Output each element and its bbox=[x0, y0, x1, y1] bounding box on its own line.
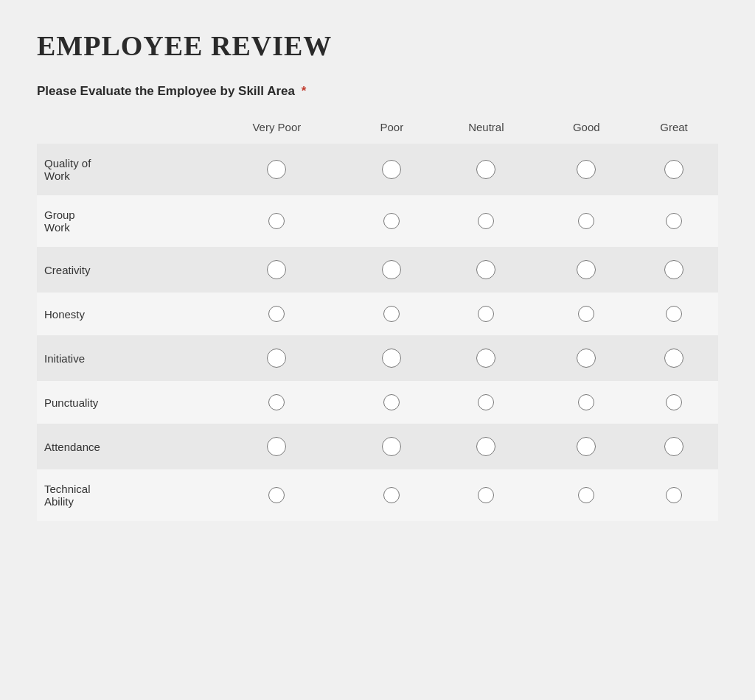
radio-creativity-neutral[interactable] bbox=[476, 260, 495, 279]
col-skill bbox=[37, 113, 199, 144]
cell-attendance-great[interactable] bbox=[630, 424, 718, 469]
radio-punctuality-very_poor[interactable] bbox=[268, 394, 285, 410]
radio-initiative-great[interactable] bbox=[664, 349, 683, 368]
col-great: Great bbox=[630, 113, 718, 144]
radio-attendance-very_poor[interactable] bbox=[267, 437, 286, 456]
cell-creativity-neutral[interactable] bbox=[429, 247, 543, 293]
radio-attendance-neutral[interactable] bbox=[476, 437, 495, 456]
cell-honesty-very_poor[interactable] bbox=[199, 293, 355, 335]
cell-honesty-poor[interactable] bbox=[355, 293, 429, 335]
radio-group_work-poor[interactable] bbox=[383, 213, 400, 229]
cell-group_work-great[interactable] bbox=[630, 195, 718, 247]
cell-punctuality-good[interactable] bbox=[543, 381, 630, 424]
cell-creativity-very_poor[interactable] bbox=[199, 247, 355, 293]
table-row: Honesty bbox=[37, 293, 718, 335]
table-header-row: Very Poor Poor Neutral Good Great bbox=[37, 113, 718, 144]
radio-initiative-good[interactable] bbox=[577, 349, 596, 368]
radio-technical_ability-good[interactable] bbox=[578, 487, 594, 503]
radio-creativity-very_poor[interactable] bbox=[267, 260, 286, 279]
radio-initiative-poor[interactable] bbox=[382, 349, 401, 368]
radio-initiative-very_poor[interactable] bbox=[267, 349, 286, 368]
radio-group_work-neutral[interactable] bbox=[478, 213, 494, 229]
table-row: Creativity bbox=[37, 247, 718, 293]
radio-quality_of_work-very_poor[interactable] bbox=[267, 160, 286, 179]
radio-technical_ability-neutral[interactable] bbox=[478, 487, 494, 503]
radio-punctuality-great[interactable] bbox=[666, 394, 682, 410]
cell-punctuality-very_poor[interactable] bbox=[199, 381, 355, 424]
table-row: Quality ofWork bbox=[37, 144, 718, 195]
radio-technical_ability-poor[interactable] bbox=[383, 487, 400, 503]
radio-group_work-good[interactable] bbox=[578, 213, 594, 229]
radio-punctuality-poor[interactable] bbox=[383, 394, 400, 410]
cell-initiative-great[interactable] bbox=[630, 335, 718, 381]
radio-technical_ability-great[interactable] bbox=[666, 487, 682, 503]
cell-technical_ability-good[interactable] bbox=[543, 469, 630, 521]
section-label: Please Evaluate the Employee by Skill Ar… bbox=[37, 84, 718, 99]
cell-honesty-neutral[interactable] bbox=[429, 293, 543, 335]
cell-quality_of_work-very_poor[interactable] bbox=[199, 144, 355, 195]
cell-attendance-poor[interactable] bbox=[355, 424, 429, 469]
radio-quality_of_work-great[interactable] bbox=[664, 160, 683, 179]
cell-punctuality-poor[interactable] bbox=[355, 381, 429, 424]
table-row: TechnicalAbility bbox=[37, 469, 718, 521]
table-row: Punctuality bbox=[37, 381, 718, 424]
cell-initiative-neutral[interactable] bbox=[429, 335, 543, 381]
skill-label-group_work: GroupWork bbox=[37, 195, 199, 247]
cell-technical_ability-very_poor[interactable] bbox=[199, 469, 355, 521]
rating-table: Very Poor Poor Neutral Good Great Qualit… bbox=[37, 113, 718, 521]
radio-creativity-good[interactable] bbox=[577, 260, 596, 279]
cell-quality_of_work-poor[interactable] bbox=[355, 144, 429, 195]
cell-attendance-neutral[interactable] bbox=[429, 424, 543, 469]
cell-quality_of_work-neutral[interactable] bbox=[429, 144, 543, 195]
radio-group_work-very_poor[interactable] bbox=[268, 213, 285, 229]
radio-creativity-great[interactable] bbox=[664, 260, 683, 279]
radio-punctuality-neutral[interactable] bbox=[478, 394, 494, 410]
radio-honesty-poor[interactable] bbox=[383, 306, 400, 322]
cell-technical_ability-poor[interactable] bbox=[355, 469, 429, 521]
cell-creativity-good[interactable] bbox=[543, 247, 630, 293]
radio-punctuality-good[interactable] bbox=[578, 394, 594, 410]
cell-attendance-good[interactable] bbox=[543, 424, 630, 469]
cell-attendance-very_poor[interactable] bbox=[199, 424, 355, 469]
radio-initiative-neutral[interactable] bbox=[476, 349, 495, 368]
radio-technical_ability-very_poor[interactable] bbox=[268, 487, 285, 503]
radio-honesty-good[interactable] bbox=[578, 306, 594, 322]
required-indicator: * bbox=[302, 84, 307, 98]
cell-punctuality-great[interactable] bbox=[630, 381, 718, 424]
cell-group_work-neutral[interactable] bbox=[429, 195, 543, 247]
table-row: GroupWork bbox=[37, 195, 718, 247]
radio-quality_of_work-good[interactable] bbox=[577, 160, 596, 179]
cell-creativity-poor[interactable] bbox=[355, 247, 429, 293]
cell-honesty-great[interactable] bbox=[630, 293, 718, 335]
radio-attendance-good[interactable] bbox=[577, 437, 596, 456]
cell-technical_ability-great[interactable] bbox=[630, 469, 718, 521]
skill-label-creativity: Creativity bbox=[37, 247, 199, 293]
radio-attendance-great[interactable] bbox=[664, 437, 683, 456]
radio-honesty-very_poor[interactable] bbox=[268, 306, 285, 322]
cell-group_work-poor[interactable] bbox=[355, 195, 429, 247]
col-good: Good bbox=[543, 113, 630, 144]
radio-attendance-poor[interactable] bbox=[382, 437, 401, 456]
col-poor: Poor bbox=[355, 113, 429, 144]
cell-initiative-very_poor[interactable] bbox=[199, 335, 355, 381]
col-neutral: Neutral bbox=[429, 113, 543, 144]
radio-honesty-great[interactable] bbox=[666, 306, 682, 322]
cell-quality_of_work-great[interactable] bbox=[630, 144, 718, 195]
skill-label-punctuality: Punctuality bbox=[37, 381, 199, 424]
radio-honesty-neutral[interactable] bbox=[478, 306, 494, 322]
cell-creativity-great[interactable] bbox=[630, 247, 718, 293]
radio-group_work-great[interactable] bbox=[666, 213, 682, 229]
cell-quality_of_work-good[interactable] bbox=[543, 144, 630, 195]
table-row: Initiative bbox=[37, 335, 718, 381]
cell-group_work-very_poor[interactable] bbox=[199, 195, 355, 247]
cell-initiative-good[interactable] bbox=[543, 335, 630, 381]
radio-quality_of_work-neutral[interactable] bbox=[476, 160, 495, 179]
radio-quality_of_work-poor[interactable] bbox=[382, 160, 401, 179]
cell-honesty-good[interactable] bbox=[543, 293, 630, 335]
radio-creativity-poor[interactable] bbox=[382, 260, 401, 279]
cell-group_work-good[interactable] bbox=[543, 195, 630, 247]
cell-punctuality-neutral[interactable] bbox=[429, 381, 543, 424]
skill-label-initiative: Initiative bbox=[37, 335, 199, 381]
cell-initiative-poor[interactable] bbox=[355, 335, 429, 381]
cell-technical_ability-neutral[interactable] bbox=[429, 469, 543, 521]
